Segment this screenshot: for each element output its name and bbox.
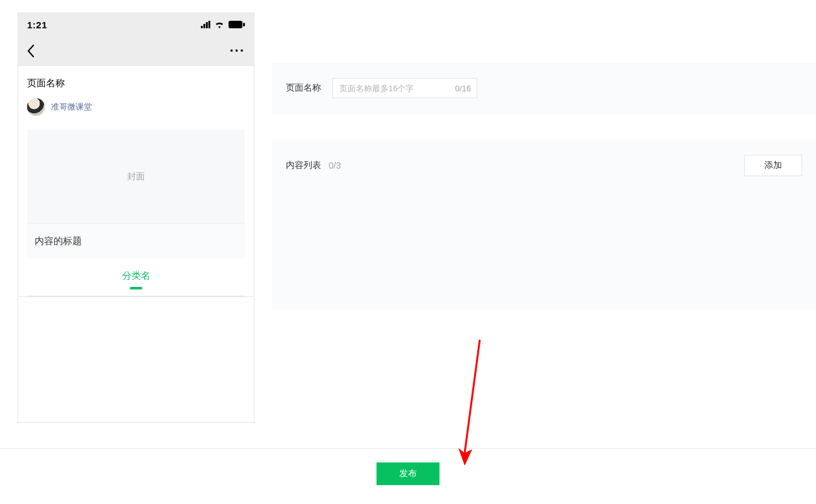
footer-actions: 发布 bbox=[0, 449, 816, 504]
preview-empty-area bbox=[18, 296, 254, 422]
form-column: 页面名称 0/16 内容列表 0/3 添加 bbox=[272, 13, 816, 335]
author-name: 准哥微课堂 bbox=[51, 101, 92, 113]
svg-rect-1 bbox=[243, 23, 245, 26]
content-list-panel: 内容列表 0/3 添加 bbox=[272, 140, 816, 310]
cover-card: 封面 内容的标题 bbox=[27, 130, 245, 259]
page-name-counter: 0/16 bbox=[455, 84, 471, 93]
status-icons bbox=[201, 21, 245, 28]
wifi-icon bbox=[214, 21, 225, 28]
more-icon[interactable]: ··· bbox=[230, 44, 245, 58]
phone-preview: 1:21 ··· 页面名称 准哥微课堂 bbox=[18, 13, 254, 423]
signal-icon bbox=[201, 21, 210, 28]
page-name-label: 页面名称 bbox=[286, 82, 321, 94]
svg-rect-0 bbox=[229, 21, 242, 28]
back-icon[interactable] bbox=[27, 45, 35, 57]
add-content-button[interactable]: 添加 bbox=[744, 155, 802, 176]
battery-icon bbox=[229, 21, 245, 28]
status-time: 1:21 bbox=[27, 20, 47, 30]
preview-page-name: 页面名称 bbox=[27, 77, 245, 89]
cover-placeholder: 封面 bbox=[27, 130, 245, 224]
nav-bar: ··· bbox=[18, 36, 254, 66]
publish-button[interactable]: 发布 bbox=[377, 462, 439, 485]
content-list-counter: 0/3 bbox=[329, 160, 341, 171]
content-title: 内容的标题 bbox=[27, 224, 245, 259]
avatar bbox=[27, 98, 45, 116]
content-list-label: 内容列表 bbox=[286, 160, 321, 171]
author-row: 准哥微课堂 bbox=[27, 98, 245, 116]
category-tab[interactable]: 分类名 bbox=[122, 270, 150, 288]
page-name-panel: 页面名称 0/16 bbox=[272, 63, 816, 115]
status-bar: 1:21 bbox=[18, 13, 254, 36]
category-tabs: 分类名 bbox=[27, 259, 245, 296]
